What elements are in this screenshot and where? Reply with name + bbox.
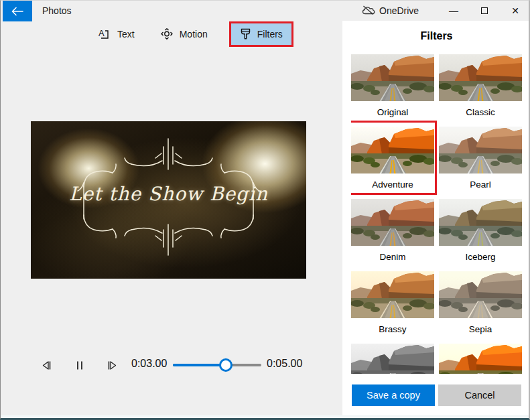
next-frame-button[interactable] xyxy=(103,358,121,372)
filter-label: Classic xyxy=(439,107,522,119)
text-icon: A xyxy=(98,28,111,40)
filter-thumbnail xyxy=(351,271,434,318)
filter-label: Brassy xyxy=(351,324,434,336)
filters-panel: OneDrive — ✕ Filters OriginalClassicAdve… xyxy=(342,1,530,418)
motion-button[interactable]: Motion xyxy=(156,23,212,44)
filter-option-adventure[interactable]: Adventure xyxy=(351,127,434,199)
filter-label: Sepia xyxy=(439,324,522,336)
filter-option-brassy[interactable]: Brassy xyxy=(351,271,434,344)
filters-icon xyxy=(240,28,251,40)
text-button[interactable]: A Text xyxy=(94,23,139,44)
window-bottom-edge xyxy=(1,415,529,418)
window-controls: — ✕ xyxy=(438,1,530,21)
timeline-slider[interactable] xyxy=(173,357,261,373)
filter-label: Denim xyxy=(351,251,434,263)
filter-label: Iceberg xyxy=(439,251,522,263)
next-frame-icon xyxy=(107,360,118,370)
back-button[interactable] xyxy=(3,1,32,21)
filter-option-pearl[interactable]: Pearl xyxy=(439,127,522,199)
filter-thumbnail xyxy=(439,271,522,318)
filters-button[interactable]: Filters xyxy=(229,21,293,47)
minimize-button[interactable]: — xyxy=(438,1,469,21)
slider-fill xyxy=(173,364,226,366)
filter-thumbnail xyxy=(351,54,434,101)
video-preview[interactable]: Let the Show Begin xyxy=(31,121,306,279)
motion-button-label: Motion xyxy=(180,29,208,40)
text-button-label: Text xyxy=(117,29,135,40)
filter-option-classic[interactable]: Classic xyxy=(439,54,522,127)
filter-thumbnail xyxy=(439,54,522,101)
filter-label: Adventure xyxy=(351,179,434,191)
filter-thumbnail xyxy=(351,199,434,246)
previous-frame-button[interactable] xyxy=(38,358,55,372)
current-time: 0:03.00 xyxy=(131,358,167,370)
filter-thumbnail xyxy=(351,127,434,173)
title-card-text: Let the Show Begin xyxy=(31,183,306,205)
editor-toolbar: A Text Motion F xyxy=(94,21,293,46)
filter-thumbnail xyxy=(439,199,522,246)
svg-text:A: A xyxy=(98,28,105,38)
back-arrow-icon xyxy=(11,7,23,16)
filter-options-grid: OriginalClassicAdventurePearlDenimIceber… xyxy=(351,54,522,374)
filter-option-original[interactable]: Original xyxy=(351,54,434,127)
maximize-icon xyxy=(481,7,488,14)
maximize-button[interactable] xyxy=(469,1,500,21)
photos-app-window: Photos A Text Motion xyxy=(0,0,530,420)
onedrive-title: OneDrive xyxy=(379,5,419,16)
filter-label: Pearl xyxy=(439,179,522,191)
filter-option-partial-grayscale[interactable] xyxy=(351,344,434,374)
save-a-copy-button[interactable]: Save a copy xyxy=(352,384,435,406)
filter-thumbnail xyxy=(439,344,522,374)
filter-option-iceberg[interactable]: Iceberg xyxy=(439,199,522,271)
filter-option-partial-vivid-warm[interactable] xyxy=(439,344,522,374)
filter-thumbnail xyxy=(351,344,434,374)
total-time: 0:05.00 xyxy=(267,358,302,370)
editor-area: Photos A Text Motion xyxy=(1,1,342,418)
playback-controls: 0:03.00 0:05.00 xyxy=(31,355,306,375)
filter-option-denim[interactable]: Denim xyxy=(351,199,434,271)
filter-label: Original xyxy=(351,107,434,119)
filters-panel-title: Filters xyxy=(342,30,530,42)
close-button[interactable]: ✕ xyxy=(500,1,530,21)
motion-icon xyxy=(160,28,174,40)
filter-option-sepia[interactable]: Sepia xyxy=(439,271,522,344)
onedrive-titlebar[interactable]: OneDrive — ✕ xyxy=(342,1,530,21)
filters-button-label: Filters xyxy=(257,29,283,40)
cancel-button[interactable]: Cancel xyxy=(438,384,521,406)
pause-button[interactable] xyxy=(71,358,88,372)
pause-icon xyxy=(76,360,84,370)
previous-frame-icon xyxy=(41,360,52,370)
app-title: Photos xyxy=(42,5,72,16)
onedrive-cloud-icon xyxy=(362,5,375,16)
slider-thumb[interactable] xyxy=(219,358,233,372)
filter-thumbnail xyxy=(439,127,522,173)
